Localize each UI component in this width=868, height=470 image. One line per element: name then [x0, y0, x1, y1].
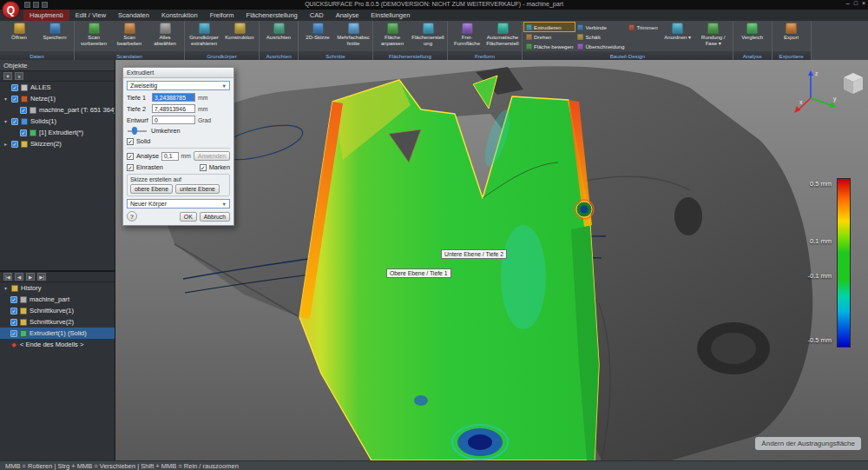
menu-tab-cad[interactable]: CAD — [304, 10, 330, 21]
ribbon-button-ausrichten[interactable]: Ausrichten — [261, 22, 296, 41]
ribbon-button-extrudieren[interactable]: Extrudieren — [524, 23, 575, 31]
tree-item-solids-1[interactable]: ▾✓Solids(1) — [0, 116, 115, 127]
tree-item-1-extrudiert[interactable]: ✓[1] Extrudiert(*) — [0, 127, 115, 138]
menu-tab-scandaten[interactable]: Scandaten — [112, 10, 155, 21]
ribbon-button-öffnen[interactable]: Öffnen — [2, 22, 36, 41]
rundung-fase-icon — [707, 23, 719, 34]
app-logo[interactable]: Q — [2, 1, 20, 19]
depth2-input[interactable]: 7,48913946 — [152, 104, 195, 113]
history-item-schnittkurve-2[interactable]: ✓Schnittkurve(2) — [0, 316, 115, 328]
depth1-input[interactable]: 3,24388785 — [152, 93, 195, 102]
menu-tab-hauptmenü[interactable]: Hauptmenü — [23, 10, 69, 21]
marks-checkbox[interactable]: ✓ — [200, 164, 207, 171]
history-item-machine-part[interactable]: ✓machine_part — [0, 294, 115, 305]
ribbon-button-schält[interactable]: Schält — [575, 32, 626, 41]
expand-icon[interactable]: ▾ — [3, 285, 9, 291]
checkbox-icon[interactable]: ✓ — [10, 319, 17, 326]
plane-label-lower[interactable]: Untere Ebene / Tiefe 2 — [441, 249, 507, 259]
ribbon-button-scan-vorbereiten[interactable]: Scan vorbereiten — [76, 22, 111, 46]
ok-button[interactable]: OK — [180, 212, 197, 222]
help-button[interactable]: ? — [127, 211, 137, 222]
checkbox-icon[interactable]: ✓ — [20, 129, 27, 136]
lower-plane-button[interactable]: untere Ebene — [175, 184, 220, 194]
ribbon-button-flächenerstellung[interactable]: Flächenerstellung — [411, 22, 445, 46]
history-root[interactable]: ▾History — [0, 282, 115, 294]
history-forward-icon[interactable]: ▶ — [26, 273, 35, 281]
checkbox-icon[interactable]: ✓ — [11, 118, 18, 125]
tree-item-netze-1[interactable]: ▾✓Netze(1) — [0, 93, 115, 104]
ribbon-button-fläche-anpassen[interactable]: Fläche anpassen — [375, 22, 410, 46]
tree-item-machine-part-t-651-364[interactable]: ✓machine_part (T: 651 364) — [0, 104, 115, 116]
ribbon-button-fläche-bewegen[interactable]: Fläche bewegen — [524, 42, 575, 50]
menu-tab-freiform[interactable]: Freiform — [204, 10, 240, 21]
ribbon-button-verbinde[interactable]: Verbinde — [575, 23, 626, 31]
ribbon-button-speichern[interactable]: Speichern — [37, 22, 72, 41]
frei-formfläche-icon — [462, 23, 473, 34]
maximize-icon[interactable]: □ — [854, 0, 858, 6]
history-first-icon[interactable]: |◀ — [3, 273, 12, 281]
ribbon-button-konstruktion[interactable]: Konstruktion — [222, 22, 257, 41]
expand-icon[interactable]: ▾ — [3, 96, 9, 102]
ribbon-button-automatische-flächenerstellung[interactable]: Automatische Flächenerstellung — [485, 22, 520, 47]
checkbox-icon[interactable]: ✓ — [10, 296, 17, 303]
filter-icon[interactable]: ▼ — [3, 72, 12, 80]
draft-input[interactable]: 0 — [152, 116, 195, 124]
history-item-schnittkurve-1[interactable]: ✓Schnittkurve(1) — [0, 305, 115, 316]
menu-tab-einstellungen[interactable]: Einstellungen — [365, 10, 416, 21]
checkbox-icon[interactable]: ✓ — [11, 96, 18, 103]
ribbon-button-alles-abwählen[interactable]: Alles abwählen — [148, 22, 182, 46]
ribbon-button-label: Mehrfachabschnitte — [336, 35, 371, 46]
view-cube[interactable] — [844, 73, 863, 94]
ribbon-button-anordnen[interactable]: Anordnen ▾ — [661, 22, 695, 41]
slider-knob-icon[interactable] — [132, 127, 137, 135]
ribbon-button-scan-bearbeiten[interactable]: Scan bearbeiten — [112, 22, 147, 46]
ribbon-button-vergleich[interactable]: Vergleich — [735, 22, 770, 41]
menu-tab-flächenerstellung[interactable]: Flächenerstellung — [240, 10, 304, 21]
skizzen-2-icon — [21, 141, 28, 148]
ribbon-button-export[interactable]: Export — [774, 22, 809, 41]
history-back-icon[interactable]: ◀ — [15, 273, 23, 281]
ribbon-button-label: Ausrichten — [266, 35, 291, 41]
history-item-extrudiert-1-solid[interactable]: ✓Extrudiert(1) (Solid) — [0, 328, 115, 339]
ribbon-button-überschneidung[interactable]: Überschneidung — [575, 42, 626, 50]
plane-label-upper[interactable]: Obere Ebene / Tiefe 1 — [386, 268, 451, 278]
body-select[interactable]: Neuer Körper ▼ — [127, 199, 230, 209]
direction-select[interactable]: Zweiseitig ▼ — [127, 81, 230, 90]
axis-triad[interactable]: z x y — [793, 65, 863, 116]
menu-tab-konstruktion[interactable]: Konstruktion — [155, 10, 204, 21]
expand-icon[interactable]: ▸ — [3, 141, 9, 147]
ribbon-button-drehen[interactable]: Drehen — [524, 32, 575, 41]
checkbox-icon[interactable]: ✓ — [10, 308, 17, 314]
ribbon-button-grundkörper-extrahieren[interactable]: Grundkörper extrahieren — [187, 22, 221, 46]
cancel-button[interactable]: Abbruch — [200, 212, 230, 222]
tree-item-skizzen-2[interactable]: ▸✓Skizzen(2) — [0, 138, 115, 149]
ribbon-button-mehrfachabschnitte[interactable]: Mehrfachabschnitte — [336, 22, 371, 46]
draft-label: Entwurf — [127, 116, 149, 124]
history-item-ende-des-modells[interactable]: ◆< Ende des Modells > — [0, 339, 115, 350]
tree-item-alles[interactable]: ✓ALLES — [0, 82, 115, 93]
ribbon-button-rundung-fase[interactable]: Rundung / Fase ▾ — [696, 22, 731, 46]
ribbon-button-label: Anordnen ▾ — [664, 35, 691, 41]
apply-button[interactable]: Anwenden — [194, 151, 230, 161]
history-last-icon[interactable]: ▶| — [37, 273, 46, 281]
checkbox-icon[interactable]: ✓ — [10, 330, 17, 337]
menu-tab-edit-view[interactable]: Edit / View — [69, 10, 112, 21]
snap-checkbox[interactable]: ✓ — [127, 164, 134, 171]
ribbon-button-frei-formfläche[interactable]: Frei-Formfläche — [450, 22, 484, 46]
analysis-tolerance-input[interactable]: 0,1 — [161, 152, 179, 161]
minimize-icon[interactable]: – — [846, 0, 850, 6]
checkbox-icon[interactable]: ✓ — [20, 107, 27, 114]
analysis-checkbox[interactable]: ✓ — [127, 153, 134, 160]
checkbox-icon[interactable]: ✓ — [11, 141, 18, 148]
upper-plane-button[interactable]: obere Ebene — [130, 184, 173, 194]
expand-icon[interactable]: ▾ — [3, 118, 9, 124]
reverse-slider[interactable] — [128, 130, 147, 132]
menu-tab-analyse[interactable]: Analyse — [330, 10, 365, 21]
solid-checkbox[interactable]: ✓ — [127, 138, 134, 145]
checkbox-icon[interactable]: ✓ — [11, 84, 18, 91]
ribbon-button-trimmen[interactable]: Trimmen — [627, 23, 659, 31]
ribbon-button-2d-skizze[interactable]: 2D-Skizze — [300, 22, 335, 41]
close-icon[interactable]: × — [862, 0, 865, 6]
list-icon[interactable]: ≡ — [15, 72, 23, 80]
dialog-title[interactable]: Extrudiert — [123, 68, 233, 78]
